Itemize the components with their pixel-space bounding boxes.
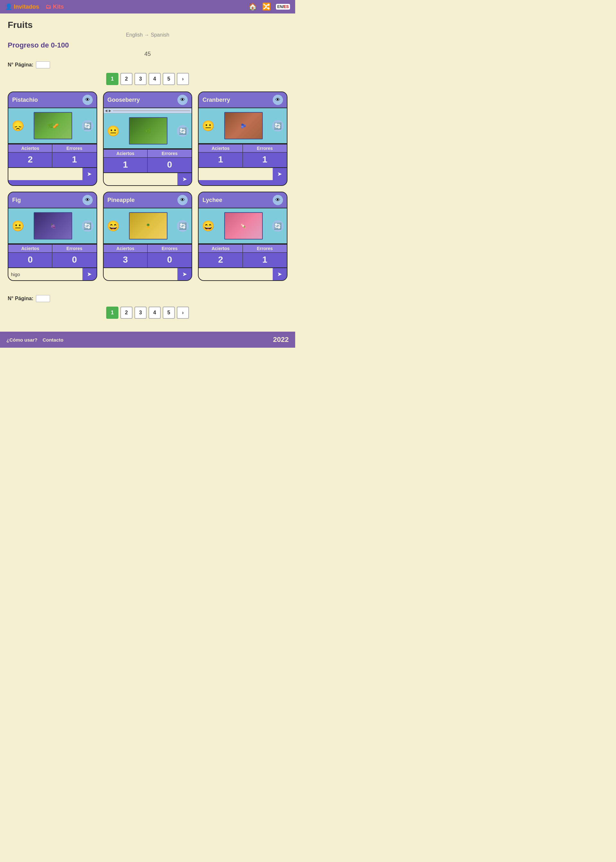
- card-send-btn-pistachio[interactable]: ➤: [82, 168, 97, 180]
- errores-value-lychee: 1: [243, 253, 287, 268]
- eye-icon-fig[interactable]: 👁: [82, 195, 93, 205]
- card-image-area-pineapple: 😄 🍍 🔄: [104, 208, 192, 244]
- card-title-fig: Fig: [12, 197, 21, 203]
- aciertos-value-lychee: 2: [199, 253, 242, 268]
- card-stats-headers-fig: Aciertos Errores: [8, 244, 97, 253]
- page-number-input[interactable]: [36, 61, 50, 68]
- card-refresh-fig[interactable]: 🔄: [82, 220, 93, 232]
- page-number-input-bottom[interactable]: [36, 295, 50, 302]
- card-input-pineapple[interactable]: [104, 268, 178, 280]
- page-btn-3[interactable]: 3: [134, 73, 147, 85]
- card-emoji-lychee: 😄: [202, 220, 215, 232]
- nav-invitados[interactable]: 👤 Invitados: [5, 3, 39, 10]
- page-btn-4[interactable]: 4: [149, 307, 161, 319]
- page-btn-5[interactable]: 5: [163, 307, 175, 319]
- page-btn-next[interactable]: ›: [177, 73, 189, 85]
- header-actions: 🏠 🔀 EN / ES: [248, 3, 290, 11]
- card-refresh-pineapple[interactable]: 🔄: [177, 220, 189, 232]
- card-stats-headers-gooseberry: Aciertos Errores: [104, 149, 192, 158]
- card-input-gooseberry[interactable]: [104, 173, 178, 185]
- card-send-btn-cranberry[interactable]: ➤: [273, 168, 287, 180]
- card-stats-headers-pistachio: Aciertos Errores: [8, 144, 97, 153]
- card-image-gooseberry: 🌿: [129, 117, 168, 145]
- eye-icon-lychee[interactable]: 👁: [273, 195, 283, 205]
- card-pineapple: Pineapple 👁 😄 🍍 🔄 Aciertos Errores 3 0: [103, 192, 193, 281]
- card-image-area-pistachio: 😞 🌿🥜 🔄: [8, 108, 97, 144]
- card-stats-headers-lychee: Aciertos Errores: [199, 244, 287, 253]
- browser-back[interactable]: ◀: [105, 109, 107, 112]
- eye-icon-cranberry[interactable]: 👁: [273, 95, 283, 105]
- page-btn-2[interactable]: 2: [120, 73, 132, 85]
- card-image-cranberry: 🫐: [224, 112, 263, 139]
- card-send-btn-lychee[interactable]: ➤: [273, 268, 287, 280]
- progress-label: Progreso de 0-100: [8, 41, 288, 49]
- card-footer-pineapple: ➤: [104, 268, 192, 280]
- card-emoji-pistachio: 😞: [11, 120, 24, 132]
- card-stats-values-cranberry: 1 1: [199, 153, 287, 167]
- footer-link-contact[interactable]: Contacto: [42, 337, 63, 342]
- card-refresh-cranberry[interactable]: 🔄: [272, 120, 284, 132]
- card-footer-fig: higo ➤: [8, 268, 97, 280]
- errores-header-pineapple: Errores: [148, 245, 192, 253]
- header-nav: 👤 Invitados 🗂 Kits: [5, 3, 64, 10]
- page-btn-1[interactable]: 1: [106, 73, 118, 85]
- card-refresh-pistachio[interactable]: 🔄: [82, 120, 93, 132]
- footer-link-how[interactable]: ¿Cómo usar?: [6, 337, 38, 342]
- card-refresh-gooseberry[interactable]: 🔄: [177, 125, 189, 137]
- card-input-lychee[interactable]: [199, 268, 273, 280]
- card-input-pistachio[interactable]: [8, 168, 82, 180]
- shuffle-icon[interactable]: 🔀: [262, 3, 271, 11]
- page-number-label-bottom: N° Página:: [8, 296, 33, 301]
- aciertos-value-pineapple: 3: [104, 253, 148, 268]
- card-refresh-lychee[interactable]: 🔄: [272, 220, 284, 232]
- home-icon[interactable]: 🏠: [248, 3, 257, 11]
- card-send-btn-pineapple[interactable]: ➤: [178, 268, 192, 280]
- eye-icon-gooseberry[interactable]: 👁: [178, 95, 188, 105]
- page-btn-5[interactable]: 5: [163, 73, 175, 85]
- card-emoji-cranberry: 😐: [202, 120, 215, 132]
- card-title-pistachio: Pistachio: [12, 97, 38, 103]
- page-number-label: N° Página:: [8, 62, 33, 68]
- pagination-bottom: 12345›: [8, 307, 288, 319]
- card-input-cranberry[interactable]: [199, 168, 273, 180]
- card-image-fig: 🍇: [34, 212, 72, 240]
- eye-icon-pineapple[interactable]: 👁: [178, 195, 188, 205]
- lang-es: ES: [284, 5, 289, 9]
- language-badge[interactable]: EN / ES: [276, 4, 290, 9]
- footer-year: 2022: [273, 336, 289, 344]
- page-btn-next[interactable]: ›: [177, 307, 189, 319]
- card-footer-lychee: ➤: [199, 268, 287, 280]
- browser-bar: ◀ ▶: [104, 108, 192, 113]
- page-btn-4[interactable]: 4: [149, 73, 161, 85]
- card-footer-cranberry: ➤: [199, 167, 287, 180]
- card-stats-values-gooseberry: 1 0: [104, 158, 192, 172]
- card-header-cranberry: Cranberry 👁: [199, 92, 287, 108]
- card-emoji-pineapple: 😄: [107, 220, 119, 232]
- errores-header-cranberry: Errores: [243, 145, 287, 153]
- card-stats-headers-pineapple: Aciertos Errores: [104, 244, 192, 253]
- card-image-lychee: 🍡: [224, 212, 263, 240]
- card-stats-headers-cranberry: Aciertos Errores: [199, 144, 287, 153]
- browser-forward[interactable]: ▶: [109, 109, 112, 112]
- errores-header-gooseberry: Errores: [148, 150, 192, 158]
- aciertos-header-pistachio: Aciertos: [8, 145, 52, 153]
- lang-en: EN: [277, 5, 283, 9]
- card-send-btn-gooseberry[interactable]: ➤: [178, 173, 192, 185]
- card-lychee: Lychee 👁 😄 🍡 🔄 Aciertos Errores 2 1: [198, 192, 288, 281]
- eye-icon-pistachio[interactable]: 👁: [82, 95, 93, 105]
- card-image-pistachio: 🌿🥜: [34, 112, 72, 139]
- aciertos-value-fig: 0: [8, 253, 52, 268]
- card-footer-pistachio: ➤: [8, 167, 97, 180]
- page-btn-3[interactable]: 3: [134, 307, 147, 319]
- browser-url[interactable]: [113, 110, 190, 111]
- layers-icon: 🗂: [46, 3, 51, 10]
- page-btn-2[interactable]: 2: [120, 307, 132, 319]
- card-image-area-lychee: 😄 🍡 🔄: [199, 208, 287, 244]
- nav-kits[interactable]: 🗂 Kits: [46, 3, 64, 10]
- aciertos-header-gooseberry: Aciertos: [104, 150, 148, 158]
- card-input-fig[interactable]: higo: [8, 268, 82, 280]
- errores-header-fig: Errores: [52, 245, 96, 253]
- main-content: Fruits English → Spanish Progreso de 0-1…: [0, 14, 295, 295]
- card-send-btn-fig[interactable]: ➤: [82, 268, 97, 280]
- page-btn-1[interactable]: 1: [106, 307, 118, 319]
